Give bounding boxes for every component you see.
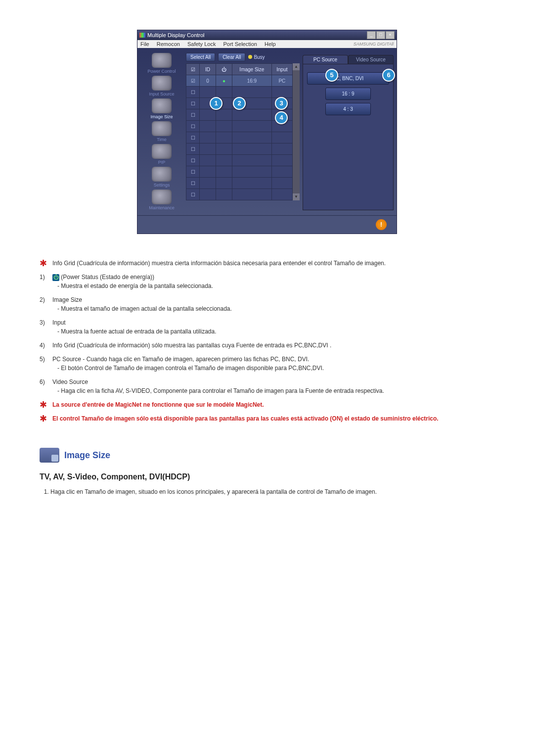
- table-row[interactable]: ☐: [186, 166, 293, 178]
- table-row[interactable]: ☐: [186, 155, 293, 166]
- intro-text: Info Grid (Cuadrícula de información) mu…: [52, 259, 494, 268]
- subheading: TV, AV, S-Video, Component, DVI(HDCP): [40, 472, 494, 481]
- main-area: Select All Clear All Busy ☑ ID ⏻ Image S…: [186, 48, 397, 215]
- table-row[interactable]: ☐: [186, 121, 293, 132]
- alert-icon: !: [376, 219, 387, 230]
- grid-panel: Select All Clear All Busy ☑ ID ⏻ Image S…: [186, 53, 300, 210]
- section-title: Image Size: [64, 450, 110, 461]
- item-1-sub: - Muestra el estado de energía de la pan…: [57, 282, 494, 290]
- sidebar-item-image-size[interactable]: Image Size: [139, 98, 184, 119]
- item-5-head: PC Source - Cuando haga clic en Tamaño d…: [52, 356, 309, 363]
- power-control-icon: [152, 53, 172, 68]
- col-check[interactable]: ☑: [186, 64, 200, 75]
- note-1: La source d'entrée de MagicNet ne foncti…: [52, 400, 494, 409]
- cell-id: 0: [200, 75, 216, 87]
- image-size-section-icon: [40, 448, 59, 463]
- list-num-1: 1): [40, 273, 48, 290]
- table-row[interactable]: ☑ 0 ● 16:9 PC: [186, 75, 293, 87]
- table-row[interactable]: ☐: [186, 98, 293, 109]
- menu-remocon[interactable]: Remocon: [157, 41, 180, 47]
- item-2-sub: - Muestra el tamaño de imagen actual de …: [57, 304, 494, 313]
- sidebar: Power Control Input Source Image Size Ti…: [137, 48, 186, 215]
- maintenance-icon: [152, 189, 172, 204]
- sidebar-item-settings[interactable]: Settings: [139, 167, 184, 188]
- item-1-head: (Power Status (Estado de energía)): [59, 274, 154, 281]
- col-id: ID: [200, 64, 216, 75]
- item-6-head: Video Source: [52, 378, 88, 385]
- select-all-button[interactable]: Select All: [186, 53, 215, 61]
- instruction-1: Haga clic en Tamaño de imagen, situado e…: [50, 487, 494, 496]
- window-title: Multiple Display Control: [147, 32, 205, 38]
- source-tabs: PC Source Video Source: [303, 53, 394, 64]
- window-controls: _ □ ×: [367, 31, 395, 39]
- sidebar-item-maintenance[interactable]: Maintenance: [139, 189, 184, 210]
- power-status-icon: [52, 274, 59, 281]
- item-4: Info Grid (Cuadrícula de información) só…: [52, 341, 494, 350]
- settings-icon: [152, 167, 172, 182]
- grid-toolbar: Select All Clear All Busy: [186, 53, 300, 61]
- clear-all-button[interactable]: Clear All: [218, 53, 245, 61]
- sidebar-item-pip[interactable]: PIP: [139, 144, 184, 165]
- grid-scrollbar[interactable]: ▲ ▼: [293, 63, 300, 200]
- right-panel: PC Source Video Source PC, BNC, DVI 16 :…: [303, 53, 394, 210]
- note-2: El control Tamaño de imagen sólo está di…: [52, 414, 494, 423]
- busy-label: Busy: [254, 54, 265, 60]
- item-3-sub: - Muestra la fuente actual de entrada de…: [57, 327, 494, 336]
- menu-safety-lock[interactable]: Safety Lock: [187, 41, 216, 47]
- star-icon: ✱: [40, 400, 48, 409]
- table-row[interactable]: ☐: [186, 109, 293, 121]
- maximize-button[interactable]: □: [376, 31, 385, 39]
- cell-image-size: 16:9: [232, 75, 272, 87]
- item-5-sub: - El botón Control de Tamaño de imagen c…: [57, 364, 494, 373]
- col-image-size: Image Size: [232, 64, 272, 75]
- list-num-2: 2): [40, 295, 48, 313]
- app-icon: [139, 33, 145, 38]
- table-row[interactable]: ☐: [186, 143, 293, 155]
- multiple-display-control-window: Multiple Display Control _ □ × File Remo…: [137, 30, 397, 234]
- pip-icon: [152, 144, 172, 159]
- col-power: ⏻: [216, 64, 232, 75]
- menu-file[interactable]: File: [140, 41, 149, 47]
- minimize-button[interactable]: _: [367, 31, 376, 39]
- image-size-icon: [152, 98, 172, 113]
- pc-bnc-dvi-button[interactable]: PC, BNC, DVI: [307, 72, 389, 85]
- table-row[interactable]: ☐: [186, 178, 293, 189]
- scroll-up-icon[interactable]: ▲: [293, 63, 300, 70]
- scroll-down-icon[interactable]: ▼: [293, 193, 300, 200]
- input-source-icon: [152, 76, 172, 91]
- item-3-head: Input: [52, 319, 66, 326]
- table-row[interactable]: ☐: [186, 87, 293, 98]
- star-icon: ✱: [40, 414, 48, 423]
- info-grid: ☑ ID ⏻ Image Size Input ☑ 0 ●: [186, 63, 293, 200]
- star-icon: ✱: [40, 259, 48, 268]
- close-button[interactable]: ×: [386, 31, 395, 39]
- menu-port-selection[interactable]: Port Selection: [223, 41, 257, 47]
- table-row[interactable]: ☐: [186, 189, 293, 200]
- menu-help[interactable]: Help: [265, 41, 276, 47]
- titlebar: Multiple Display Control _ □ ×: [137, 30, 397, 40]
- table-row[interactable]: ☐: [186, 132, 293, 143]
- instruction-list: Haga clic en Tamaño de imagen, situado e…: [40, 487, 494, 496]
- explanation-list: ✱ Info Grid (Cuadrícula de información) …: [40, 259, 494, 423]
- ratio-4-3-button[interactable]: 4 : 3: [325, 103, 370, 115]
- sidebar-item-power-control[interactable]: Power Control: [139, 53, 184, 74]
- list-num-4: 4): [40, 341, 48, 350]
- sidebar-item-input-source[interactable]: Input Source: [139, 76, 184, 96]
- section-header: Image Size: [40, 448, 494, 463]
- menubar: File Remocon Safety Lock Port Selection …: [137, 40, 397, 48]
- cell-power: ●: [216, 75, 232, 87]
- tab-video-source[interactable]: Video Source: [348, 55, 394, 64]
- list-num-3: 3): [40, 318, 48, 336]
- ratio-16-9-button[interactable]: 16 : 9: [325, 88, 370, 100]
- item-2-head: Image Size: [52, 296, 82, 303]
- tab-pc-source[interactable]: PC Source: [303, 55, 348, 64]
- busy-indicator-icon: [248, 55, 252, 59]
- row-checkbox[interactable]: ☑: [186, 75, 200, 87]
- status-bar: !: [137, 215, 397, 234]
- list-num-6: 6): [40, 378, 48, 395]
- app-body: Power Control Input Source Image Size Ti…: [137, 48, 397, 215]
- brand-label: SAMSUNG DIGITAll: [354, 42, 394, 47]
- cell-input: PC: [271, 75, 292, 87]
- sidebar-item-time[interactable]: Time: [139, 121, 184, 142]
- time-icon: [152, 121, 172, 136]
